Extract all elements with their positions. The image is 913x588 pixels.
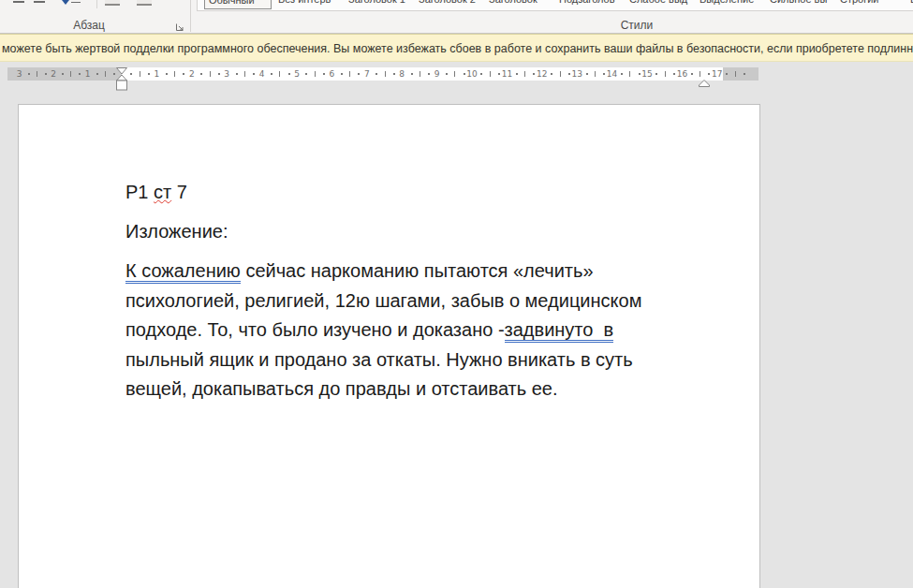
ruler-tick [691,73,693,75]
style-gallery-item[interactable]: Строгий [836,0,902,7]
doc-line: психологией, религией, 12ю шагами, забыв… [125,287,641,316]
notification-message: можете быть жертвой подделки программног… [2,42,913,55]
style-gallery: ОбычныйБез интервЗаголовок 1Заголовок 2З… [197,0,913,33]
ruler-tick [385,71,386,77]
ruler-number: 1 [155,69,160,79]
ruler-tick [673,73,675,75]
style-gallery-item-label: Слабое выд [629,0,687,5]
ruler-number: 15 [641,69,652,79]
ruler-tick [621,73,623,75]
ruler-tick [236,73,238,75]
ruler-number: 12 [537,69,547,79]
ruler-tick [420,71,420,77]
ruler-tick [568,73,570,75]
ruler-tick [218,73,220,75]
ruler-number: 3 [17,69,22,79]
style-gallery-item[interactable]: Заголовок [485,0,551,7]
ruler-tick [446,73,448,75]
ruler-number: 9 [434,69,440,79]
shading-icon[interactable] [105,0,120,6]
ruler-tick [174,71,175,77]
ruler-number: 16 [677,69,687,79]
paragraph: К сожалению сейчас наркоманию пытаются «… [125,257,641,404]
ruler-tick [726,73,728,75]
style-gallery-item[interactable]: Сильное вы [766,0,832,7]
ruler-number: 11 [502,69,512,79]
style-gallery-item-label: Обычный [209,0,255,6]
style-gallery-item[interactable]: Цитата 2 [906,0,913,7]
ruler-number: 3 [224,69,229,79]
word-window: { "ribbon": { "paragraph_group": { "labe… [0,0,913,588]
ruler-tick [279,71,280,77]
ruler-tick [560,71,561,77]
line-spacing-line-icon [71,2,81,3]
document-page[interactable]: Р1 ст 7 Изложение: К сожалению сейчас на… [18,104,760,588]
ruler-number: 14 [607,69,617,79]
ruler-tick [454,71,455,77]
ruler-tick [524,71,525,77]
style-gallery-item[interactable]: Заголовок 1 [345,0,410,7]
ruler-tick [166,73,168,75]
line-spacing-icon[interactable] [62,0,69,5]
ruler-tick [480,73,482,75]
indent-marker-stack[interactable] [116,67,127,95]
style-gallery-item-label: Без интерв [278,0,331,5]
doc-line: подходе. То, что было изучено и доказано… [125,316,641,345]
text-run: подходе. То, что было изучено и доказано… [125,319,505,340]
styles-group-label: Стили [590,19,684,32]
style-gallery-item-label: Выделение [699,0,754,5]
heading-text: Р1 [125,182,154,202]
group-separator [190,0,191,32]
ruler-tick [341,73,343,75]
paragraph-group-label: Абзац [0,19,178,32]
ruler-tick [551,73,552,75]
ruler-tick [62,73,64,75]
style-gallery-item[interactable]: Слабое выд [626,0,691,7]
ruler-tick [79,73,81,75]
increase-indent-icon[interactable] [34,1,45,3]
ruler-number: 2 [51,69,56,79]
ruler-tick [665,71,666,77]
style-gallery-item[interactable]: Подзаголов [555,0,621,7]
ruler-tick [37,71,37,77]
ruler-tick [595,71,596,77]
ruler-tick [105,71,106,77]
right-indent-marker[interactable] [699,74,710,91]
ruler-tick [271,73,272,75]
style-gallery-item-label: Заголовок 2 [419,0,476,5]
ruler-tick [393,73,395,75]
decrease-indent-icon[interactable] [13,1,24,3]
ruler-number: 4 [259,69,265,79]
ruler-tick [629,71,630,77]
text-run: пыльный ящик и продано за откаты. Нужно … [125,349,633,370]
style-gallery-item-label: Сильное вы [770,0,827,5]
style-gallery-item-label: Строгий [840,0,879,5]
heading-text: 7 [171,182,187,202]
button-separator [96,0,97,8]
spellcheck-flagged-text: ст [154,182,171,202]
ruler-number: 1 [85,69,91,79]
ruler-tick [533,73,535,75]
style-gallery-item-label: Заголовок 1 [348,0,405,5]
ruler-tick [358,73,360,75]
ruler-number: 17 [712,69,722,79]
ruler-number: 5 [294,69,300,79]
ruler-tick [428,73,430,75]
style-gallery-item[interactable]: Без интерв [274,0,340,7]
ruler-tick [200,73,202,75]
ruler-tick [603,73,605,75]
doc-line: вещей, докапываться до правды и отстаива… [125,375,641,404]
ruler-tick [45,73,47,75]
ruler-tick [28,73,30,75]
borders-icon[interactable] [137,0,152,6]
ruler-tick [411,73,413,75]
style-gallery-item[interactable]: Выделение [696,0,761,7]
doc-line: К сожалению сейчас наркоманию пытаются «… [125,257,641,287]
ruler-number: 8 [399,69,405,79]
paragraph-dialog-launcher-icon[interactable] [175,20,185,30]
ruler-tick [288,73,290,75]
ruler-tick [639,73,641,75]
style-gallery-item[interactable]: Заголовок 2 [415,0,480,7]
style-gallery-item[interactable]: Обычный [204,0,272,9]
ruler-number: 10 [466,69,477,79]
